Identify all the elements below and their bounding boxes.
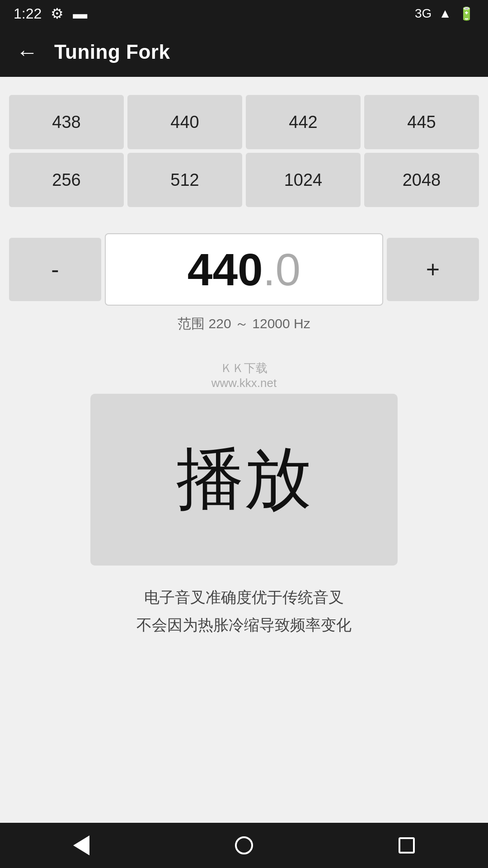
- status-left: 1:22 ⚙ ▬: [14, 5, 87, 22]
- network-label: 3G: [415, 6, 432, 21]
- watermark-line2: www.kkx.net: [211, 376, 277, 390]
- home-circle-icon: [235, 836, 253, 854]
- watermark-line1: ＫＫ下载: [211, 360, 277, 376]
- description-line1: 电子音叉准确度优于传统音叉: [136, 584, 352, 611]
- description-line2: 不会因为热胀冷缩导致频率变化: [136, 611, 352, 639]
- status-time: 1:22: [14, 5, 42, 22]
- bottom-nav: [0, 823, 488, 868]
- nav-recents-button[interactable]: [384, 832, 429, 859]
- freq-decimal: .0: [263, 247, 300, 292]
- settings-icon: ⚙: [51, 5, 64, 22]
- main-content: 438 440 442 445 256 512 1024 2048 - 440 …: [0, 77, 488, 823]
- freq-btn-445[interactable]: 445: [364, 95, 479, 149]
- nav-back-button[interactable]: [59, 832, 104, 859]
- play-area: ＫＫ下载 www.kkx.net 播放: [90, 360, 398, 566]
- freq-display-row: - 440 .0 +: [9, 233, 479, 306]
- battery-icon: 🔋: [459, 6, 474, 21]
- freq-grid-row2: 256 512 1024 2048: [9, 153, 479, 207]
- status-right: 3G ▲ 🔋: [415, 6, 474, 21]
- increase-button[interactable]: +: [387, 238, 479, 301]
- signal-icon: ▲: [439, 6, 451, 21]
- freq-btn-2048[interactable]: 2048: [364, 153, 479, 207]
- decrease-button[interactable]: -: [9, 238, 101, 301]
- freq-btn-442[interactable]: 442: [246, 95, 361, 149]
- app-title: Tuning Fork: [54, 41, 170, 63]
- freq-btn-1024[interactable]: 1024: [246, 153, 361, 207]
- freq-btn-512[interactable]: 512: [127, 153, 242, 207]
- freq-display-box: 440 .0: [105, 233, 383, 306]
- sim-icon: ▬: [73, 5, 87, 22]
- freq-range: 范围 220 ～ 12000 Hz: [178, 315, 310, 333]
- nav-home-button[interactable]: [221, 832, 267, 859]
- back-triangle-icon: [73, 835, 89, 855]
- freq-btn-440[interactable]: 440: [127, 95, 242, 149]
- status-bar: 1:22 ⚙ ▬ 3G ▲ 🔋: [0, 0, 488, 27]
- play-button[interactable]: 播放: [90, 394, 398, 566]
- watermark: ＫＫ下载 www.kkx.net: [211, 360, 277, 390]
- freq-value: 440: [188, 247, 263, 292]
- recents-square-icon: [399, 837, 415, 854]
- freq-btn-256[interactable]: 256: [9, 153, 124, 207]
- description: 电子音叉准确度优于传统音叉 不会因为热胀冷缩导致频率变化: [136, 584, 352, 639]
- freq-btn-438[interactable]: 438: [9, 95, 124, 149]
- app-bar: ← Tuning Fork: [0, 27, 488, 77]
- back-button[interactable]: ←: [14, 40, 41, 65]
- freq-grid-row1: 438 440 442 445: [9, 95, 479, 149]
